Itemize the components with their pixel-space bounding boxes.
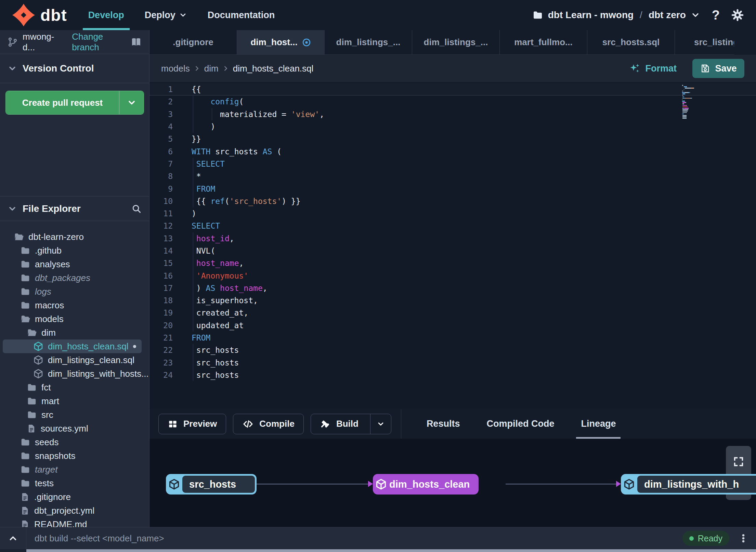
tree-item[interactable]: target [3, 463, 142, 476]
code-line[interactable]: 3 materialized = 'view', [149, 108, 756, 120]
code-line[interactable]: 8 * [149, 170, 756, 182]
compile-button[interactable]: Compile [233, 414, 304, 434]
code-line[interactable]: 9 FROM [149, 182, 756, 195]
code-line[interactable]: 6WITH src_hosts AS ( [149, 145, 756, 157]
code-line[interactable]: 16 'Anonymous' [149, 269, 756, 282]
tree-item[interactable]: mart [3, 394, 142, 408]
code-line[interactable]: 21FROM [149, 332, 756, 344]
tree-item[interactable]: dbt_project.yml [3, 504, 142, 517]
tree-item[interactable]: macros [3, 298, 142, 312]
book-icon[interactable] [131, 37, 142, 48]
create-pull-request-button[interactable]: Create pull request [5, 91, 144, 115]
tree-item[interactable]: dbt-learn-zero [3, 230, 142, 244]
minimap-line [682, 98, 701, 99]
code-line[interactable]: 13 host_id, [149, 232, 756, 245]
lineage-node-src_hosts[interactable]: src_hosts [166, 474, 257, 495]
code-line[interactable]: 17 ) AS host_name, [149, 282, 756, 294]
status-label: Ready [698, 534, 722, 543]
panel-tab-results[interactable]: Results [427, 409, 460, 439]
code-line[interactable]: 4 ) [149, 120, 756, 133]
tree-item[interactable]: README.md [3, 517, 142, 527]
pull-request-dropdown[interactable] [119, 91, 144, 114]
environment-name[interactable]: dbt zero [649, 10, 686, 21]
tree-item[interactable]: dim [3, 326, 142, 339]
minimap-line [682, 103, 701, 104]
code-line[interactable]: 15 host_name, [149, 257, 756, 269]
dbt-logo[interactable]: dbt [12, 4, 67, 26]
tree-item[interactable]: src [3, 408, 142, 422]
tree-item[interactable]: dim_listings_clean.sql [3, 353, 142, 367]
breadcrumb-item[interactable]: models [161, 63, 190, 74]
code-line[interactable]: 19 created_at, [149, 307, 756, 319]
tree-item[interactable]: dim_listings_with_hosts... [3, 367, 142, 381]
search-icon[interactable] [131, 204, 142, 214]
code-text: ) AS host_name, [192, 284, 268, 293]
version-control-header[interactable]: Version Control [0, 54, 149, 83]
code-line[interactable]: 18 is_superhost, [149, 294, 756, 307]
code-line[interactable]: 7 SELECT [149, 158, 756, 170]
code-line[interactable]: 10 {{ ref('src_hosts') }} [149, 195, 756, 207]
lineage-canvas[interactable]: src_hostsdim_hosts_cleandim_listings_wit… [149, 439, 756, 527]
lineage-node-dim_listings_with_h[interactable]: dim_listings_with_h [621, 474, 756, 495]
tree-item[interactable]: seeds [3, 435, 142, 449]
format-button[interactable]: Format [629, 63, 677, 74]
panel-collapse-toggle[interactable] [0, 527, 26, 549]
command-input[interactable]: dbt build --select <model_name> [35, 533, 164, 544]
code-line[interactable]: 1{{ [149, 83, 756, 95]
code-line[interactable]: 5}} [149, 133, 756, 145]
nav-item-documentation[interactable]: Documentation [208, 0, 275, 30]
tree-item[interactable]: sources.yml [3, 422, 142, 435]
editor-tab[interactable]: dim_host... [237, 30, 325, 54]
minimap[interactable] [682, 85, 701, 119]
editor-tab[interactable]: dim_listings_... [325, 30, 412, 54]
lineage-node-dim_hosts_clean[interactable]: dim_hosts_clean [373, 474, 479, 495]
breadcrumb-item[interactable]: dim [204, 63, 219, 74]
kebab-menu-icon[interactable] [738, 533, 748, 543]
save-button[interactable]: Save [692, 59, 744, 78]
tab-label: dim_host... [250, 37, 297, 48]
tree-item[interactable]: dim_hosts_clean.sql [3, 339, 142, 353]
nav-item-deploy[interactable]: Deploy [145, 0, 187, 30]
code-line[interactable]: 22 src_hosts [149, 344, 756, 356]
file-explorer-header[interactable]: File Explorer [0, 196, 149, 221]
tree-item[interactable]: models [3, 312, 142, 326]
panel-tab-compiled-code[interactable]: Compiled Code [486, 409, 554, 439]
preview-button[interactable]: Preview [158, 414, 226, 434]
code-line[interactable]: 2 config( [149, 95, 756, 108]
help-icon[interactable]: ? [712, 8, 720, 23]
horizontal-scrollbar[interactable] [0, 549, 756, 552]
build-dropdown[interactable] [370, 414, 391, 434]
code-line[interactable]: 14 NVL( [149, 245, 756, 257]
tree-item[interactable]: dbt_packages [3, 271, 142, 285]
version-control-title: Version Control [23, 63, 94, 74]
create-pull-request-label[interactable]: Create pull request [6, 91, 119, 114]
code-line[interactable]: 23 src_hosts [149, 357, 756, 369]
nav-item-develop[interactable]: Develop [88, 0, 124, 30]
code-line[interactable]: 12SELECT [149, 220, 756, 232]
tree-item[interactable]: tests [3, 476, 142, 490]
tree-item[interactable]: .github [3, 244, 142, 257]
fullscreen-icon[interactable] [733, 456, 744, 467]
breadcrumb-item[interactable]: dim_hosts_clean.sql [233, 63, 314, 74]
tree-item[interactable]: fct [3, 381, 142, 394]
code-line[interactable]: 20 updated_at [149, 319, 756, 332]
editor-tab[interactable]: mart_fullmo... [500, 30, 587, 54]
build-button[interactable]: Build [311, 414, 391, 434]
code-editor[interactable]: 1{{2 config(3 materialized = 'view',4 )5… [149, 82, 756, 409]
editor-tab[interactable]: src_hosts.sql [587, 30, 675, 54]
scrollbar-thumb[interactable] [26, 549, 756, 552]
tree-item[interactable]: analyses [3, 257, 142, 271]
project-picker[interactable]: dbt Learn - mwong / dbt zero [532, 10, 700, 21]
tree-item-label: dim_listings_with_hosts... [48, 369, 149, 379]
code-line[interactable]: 11) [149, 207, 756, 220]
minimap-line [682, 108, 701, 109]
tree-item[interactable]: .gitignore [3, 490, 142, 504]
code-line[interactable]: 24 src_hosts [149, 369, 756, 381]
tree-item[interactable]: logs [3, 285, 142, 298]
gear-icon[interactable] [731, 9, 744, 21]
editor-tab[interactable]: .gitignore [149, 30, 237, 54]
panel-tab-lineage[interactable]: Lineage [581, 409, 616, 439]
change-branch-link[interactable]: Change branch [72, 31, 131, 53]
tree-item[interactable]: snapshots [3, 449, 142, 463]
editor-tab[interactable]: dim_listings_... [412, 30, 500, 54]
